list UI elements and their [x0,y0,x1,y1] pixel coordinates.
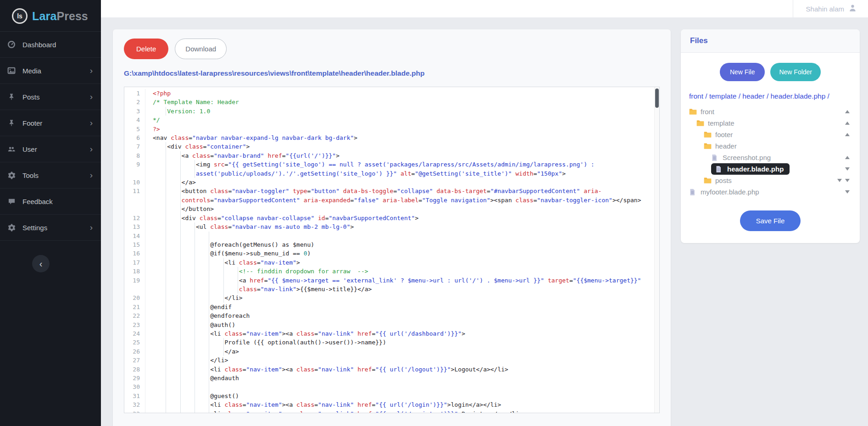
triangle-down-icon[interactable] [845,179,850,182]
line-number: 7 [124,142,145,151]
breadcrumb-item[interactable]: header [742,92,764,100]
chevron-right-icon: › [90,144,93,153]
tree-item-label: posts [715,177,732,184]
code-text: Version: 1.0 [145,107,659,116]
indent-guide [180,214,181,222]
user-menu[interactable]: Shahin alam [806,4,857,14]
tree-item-header[interactable]: header [689,140,851,152]
code-line: 18<!-- finddin dropdown for arraw --> [124,267,659,276]
breadcrumb-item[interactable]: template [709,92,736,100]
sidebar-item-footer[interactable]: Footer› [0,110,101,136]
indent-guide [180,338,181,347]
tree-item-myfooter-blade-php[interactable]: myfooter.blade.php [689,186,851,198]
tree-item-posts[interactable]: posts [689,175,851,186]
indent-guide [223,338,224,347]
triangle-down-icon[interactable] [845,190,850,194]
indent-guide [166,311,166,320]
pin-icon [7,93,16,101]
code-text: <li class="nav-item"><a class="nav-link"… [145,409,659,413]
triangle-up-icon[interactable] [845,133,850,136]
indent-guide [195,374,195,382]
indent-guide [209,400,209,409]
selected-file-pill[interactable]: header.blade.php [711,163,790,175]
code-line: 28<li class="nav-item"><a class="nav-lin… [124,365,659,374]
chevron-right-icon: › [90,66,93,75]
main-column: Shahin alam Delete Download G:\xamp\htdo… [101,0,868,426]
triangle-up-icon[interactable] [845,156,850,159]
code-line: 19<a href="{{ $menu->target == 'external… [124,276,659,294]
breadcrumb-item[interactable]: front [689,92,703,100]
line-number: 27 [124,356,145,365]
tree-item-template[interactable]: template [689,117,851,129]
indent-guide [180,382,181,391]
folder-icon [704,131,712,138]
code-text: <a class="navbar-brand" href="{{url('/')… [145,151,659,160]
indent-guide [195,276,195,294]
dashboard-icon [7,40,16,49]
tree-item-front[interactable]: front [689,106,851,117]
line-number: 9 [124,160,145,178]
delete-button[interactable]: Delete [124,39,168,59]
indent-guide [209,258,209,267]
code-text: <li class="nav-item"> [145,258,659,267]
sidebar-item-user[interactable]: User› [0,136,101,162]
sidebar-item-dashboard[interactable]: Dashboard [0,32,101,58]
gear-icon [7,171,16,179]
indent-guide [180,222,181,231]
line-number: 29 [124,374,145,382]
code-line: 12<div class="collapse navbar-collapse" … [124,214,659,222]
triangle-up-icon[interactable] [845,110,850,113]
new-file-button[interactable]: New File [720,63,765,81]
indent-guide [166,409,166,413]
triangle-down-icon[interactable] [845,167,850,171]
editor-scrollbar-thumb[interactable] [655,89,659,108]
tree-item-header-blade-php[interactable]: header.blade.php [689,163,851,175]
indent-guide [180,249,181,258]
line-number: 26 [124,347,145,356]
indent-guide [209,347,209,356]
triangle-down-icon[interactable] [837,179,842,182]
triangle-up-icon[interactable] [845,122,850,125]
breadcrumb-item[interactable]: header.blade.php [771,92,826,100]
download-button[interactable]: Download [175,39,227,59]
code-text: <li class="nav-item"><a class="nav-link"… [145,329,659,338]
tree-item-footer[interactable]: footer [689,129,851,140]
tree-item-screenshot-png[interactable]: Screenshot.png [689,152,851,163]
code-text: <nav class="navbar navbar-expand-lg navb… [145,133,659,142]
line-number: 32 [124,400,145,409]
save-file-button[interactable]: Save File [740,210,801,231]
line-number: 19 [124,276,145,294]
tree-item-arrows [845,133,851,136]
sidebar-item-feedback[interactable]: Feedback [0,188,101,215]
indent-guide [166,392,166,400]
sidebar-item-media[interactable]: Media› [0,58,101,84]
indent-guide [195,249,195,258]
sidebar-item-posts[interactable]: Posts› [0,84,101,110]
indent-guide [195,400,195,409]
brand-badge-icon: ls [12,8,28,24]
sidebar-item-tools[interactable]: Tools› [0,162,101,188]
indent-guide [209,356,209,365]
indent-guide [180,409,181,413]
code-text: <li class="nav-item"><a class="nav-link"… [145,400,659,409]
code-line: 7<div class="container"> [124,142,659,151]
indent-guide [180,329,181,338]
line-number: 21 [124,303,145,311]
code-line: 15@foreach(getMenus() as $menu) [124,240,659,249]
new-folder-button[interactable]: New Folder [770,63,821,81]
indent-guide [209,409,209,413]
indent-guide [209,338,209,347]
breadcrumb-separator: / [736,92,742,100]
file-icon [689,188,697,195]
sidebar-collapse-button[interactable]: ‹ [32,255,50,272]
indent-guide [195,365,195,374]
line-number: 16 [124,249,145,258]
sidebar-item-settings[interactable]: Settings› [0,215,101,241]
editor-scrollbar[interactable] [654,87,659,413]
brand-logo[interactable]: ls LaraPress [0,0,101,31]
code-line: 5?> [124,125,659,133]
indent-guide [195,240,195,249]
code-line: 22@endforeach [124,311,659,320]
line-number: 5 [124,125,145,133]
code-editor[interactable]: 1<?php2/* Template Name: Header3Version:… [124,87,660,413]
